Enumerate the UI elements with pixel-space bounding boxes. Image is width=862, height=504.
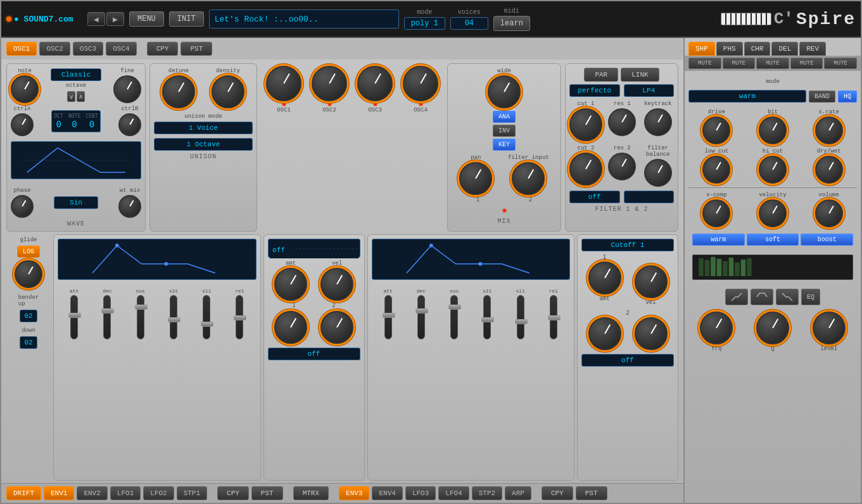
bot-pst-button[interactable]: PST bbox=[251, 486, 283, 500]
soft-button[interactable]: soft bbox=[747, 234, 799, 246]
level-knob[interactable] bbox=[813, 312, 846, 344]
filter-input-knob[interactable] bbox=[512, 162, 545, 195]
env3-sll-slider[interactable] bbox=[517, 295, 524, 339]
bender-down-value[interactable]: 02 bbox=[20, 336, 37, 349]
osc-copy-button[interactable]: CPY bbox=[147, 42, 179, 56]
band-button[interactable]: BAND bbox=[809, 91, 835, 103]
lfo1-off-display[interactable]: off bbox=[268, 348, 360, 360]
filter1-type[interactable]: perfecto bbox=[569, 84, 620, 97]
rev-tab[interactable]: REV bbox=[799, 42, 826, 56]
env3-att-slider[interactable] bbox=[384, 295, 392, 339]
cut2-knob[interactable] bbox=[569, 153, 602, 186]
env3-sus-slider[interactable] bbox=[450, 295, 458, 339]
ana-button[interactable]: ANA bbox=[493, 111, 516, 123]
eq-shape1-button[interactable] bbox=[725, 289, 748, 305]
link-button[interactable]: LINK bbox=[621, 68, 659, 82]
q-knob[interactable] bbox=[756, 312, 789, 344]
midi-learn-button[interactable]: learn bbox=[493, 16, 530, 31]
voices-value[interactable]: 04 bbox=[450, 17, 488, 30]
osc3-tab[interactable]: OSC3 bbox=[73, 42, 103, 56]
lfo3-vel-knob[interactable] bbox=[635, 265, 668, 298]
bot-cpy2-button[interactable]: CPY bbox=[542, 486, 573, 500]
rev-mute-button[interactable]: MUTE bbox=[824, 58, 857, 69]
log-button[interactable]: LOG bbox=[17, 246, 40, 258]
octave-down-button[interactable]: ∨ bbox=[67, 91, 75, 102]
att-slider[interactable] bbox=[70, 295, 78, 339]
init-button[interactable]: INIT bbox=[169, 11, 204, 27]
nav-prev-button[interactable]: ◀ bbox=[87, 12, 105, 26]
osc1-main-knob[interactable] bbox=[266, 66, 301, 101]
wide-knob[interactable] bbox=[488, 75, 521, 108]
lfo2-tab[interactable]: LFO2 bbox=[143, 486, 174, 500]
wave-type-display[interactable]: Sin bbox=[54, 196, 98, 209]
eq-shape2-button[interactable] bbox=[751, 289, 773, 305]
drive-knob[interactable] bbox=[702, 117, 730, 144]
fine-knob[interactable] bbox=[113, 75, 141, 103]
note-knob[interactable] bbox=[11, 75, 39, 103]
lfo1-tab[interactable]: LFO1 bbox=[110, 486, 141, 500]
osc2-main-knob[interactable] bbox=[312, 66, 347, 101]
cut1-knob[interactable] bbox=[569, 108, 602, 141]
osc-paste-button[interactable]: PST bbox=[181, 42, 212, 56]
ctrla-knob[interactable] bbox=[11, 113, 34, 136]
wtmix-knob[interactable] bbox=[118, 195, 141, 218]
phs-tab[interactable]: PHS bbox=[716, 42, 743, 56]
fx-mode-display[interactable]: warm bbox=[688, 90, 806, 103]
drift-button[interactable]: DRIFT bbox=[6, 486, 41, 500]
menu-button[interactable]: MENU bbox=[129, 11, 164, 27]
lfo1-vel-knob[interactable] bbox=[320, 268, 353, 301]
eq-shape3-button[interactable] bbox=[776, 289, 799, 305]
filter-balance-knob[interactable] bbox=[644, 159, 672, 187]
unison-mode-value[interactable]: 1 Voice bbox=[154, 122, 253, 134]
lfo1-amt2-knob[interactable] bbox=[274, 311, 307, 344]
stp2-tab[interactable]: STP2 bbox=[472, 486, 502, 500]
dec-slider[interactable] bbox=[103, 295, 111, 339]
osc4-main-knob[interactable] bbox=[403, 66, 438, 101]
slt-slider[interactable] bbox=[170, 295, 177, 339]
lfo1-vel2-knob[interactable] bbox=[320, 311, 353, 344]
pan-knob[interactable] bbox=[459, 162, 492, 195]
hicut-knob[interactable] bbox=[759, 156, 787, 184]
bit-knob[interactable] bbox=[759, 117, 787, 144]
arp-tab[interactable]: ARP bbox=[505, 486, 531, 500]
frq-knob[interactable] bbox=[700, 312, 733, 344]
del-mute-button[interactable]: MUTE bbox=[790, 58, 823, 69]
ctrlb-knob[interactable] bbox=[118, 113, 141, 136]
density-knob[interactable] bbox=[212, 75, 244, 108]
lfo3-tab[interactable]: LFO3 bbox=[405, 486, 436, 500]
mode-value[interactable]: poly 1 bbox=[404, 17, 445, 30]
octave-up-button[interactable]: ∧ bbox=[77, 91, 85, 102]
preset-display[interactable]: Let's Rock! :..oo00.. bbox=[209, 9, 399, 28]
lfo3-amt-knob[interactable] bbox=[588, 261, 621, 294]
cutoff1-display[interactable]: Cutoff 1 bbox=[581, 239, 674, 251]
lfo1-amt-knob[interactable] bbox=[274, 268, 307, 301]
shp-tab[interactable]: SHP bbox=[688, 42, 715, 56]
env4-tab[interactable]: ENV4 bbox=[372, 486, 402, 500]
phs-mute-button[interactable]: MUTE bbox=[723, 58, 756, 69]
mtrx-button[interactable]: MTRX bbox=[293, 486, 329, 500]
par-button[interactable]: PAR bbox=[584, 68, 618, 82]
key-button[interactable]: KEY bbox=[493, 139, 516, 151]
lfo3-vel2-knob[interactable] bbox=[635, 317, 668, 350]
env3-dec-slider[interactable] bbox=[417, 295, 425, 339]
warm-button[interactable]: warm bbox=[692, 234, 745, 246]
keytrack-knob[interactable] bbox=[644, 108, 672, 136]
env3-rel-slider[interactable] bbox=[550, 295, 557, 339]
volume-knob[interactable] bbox=[815, 199, 843, 227]
lowcut-knob[interactable] bbox=[702, 156, 730, 184]
sll-slider[interactable] bbox=[203, 295, 210, 339]
env3-tab[interactable]: ENV3 bbox=[339, 486, 369, 500]
bot-pst2-button[interactable]: PST bbox=[576, 486, 607, 500]
phase-knob[interactable] bbox=[11, 195, 34, 218]
env3-slt-slider[interactable] bbox=[483, 295, 491, 339]
rel-slider[interactable] bbox=[236, 295, 243, 339]
unison-octave-value[interactable]: 1 Octave bbox=[154, 138, 253, 151]
wave-mode-display[interactable]: Classic bbox=[51, 68, 101, 81]
xcomp-knob[interactable] bbox=[702, 199, 730, 227]
filter2-type[interactable]: LP4 bbox=[624, 84, 675, 97]
filter1-off[interactable]: off bbox=[569, 191, 620, 203]
shp-mute-button[interactable]: MUTE bbox=[688, 58, 721, 69]
velocity-knob[interactable] bbox=[759, 199, 787, 227]
nav-next-button[interactable]: ▶ bbox=[106, 12, 124, 26]
osc4-tab[interactable]: OSC4 bbox=[106, 42, 136, 56]
